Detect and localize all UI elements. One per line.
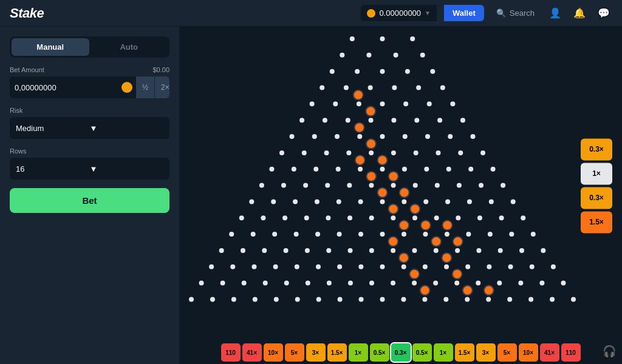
plinko-board — [179, 27, 622, 364]
mult-badge-1: 0.3× — [581, 138, 612, 160]
half-button[interactable]: ½ — [136, 76, 154, 98]
main-content: Manual Auto Bet Amount $0.00 ½ 2× Risk M… — [0, 27, 622, 364]
mult-strip-badge: 5× — [497, 343, 517, 362]
mult-badge-3: 0.3× — [581, 187, 612, 209]
bet-amount-section: Bet Amount $0.00 ½ 2× — [10, 66, 169, 98]
mult-strip-badge: 1× — [349, 343, 368, 362]
risk-label: Risk — [10, 107, 169, 114]
mult-strip-badge: 10× — [519, 343, 538, 362]
mult-strip-badge: 1× — [434, 343, 453, 362]
logo: Stake — [10, 5, 44, 21]
mult-strip-badge: 41× — [540, 343, 559, 362]
risk-select[interactable]: Medium ▼ — [10, 117, 169, 139]
risk-value: Medium — [16, 124, 90, 133]
search-icon: 🔍 — [496, 8, 506, 18]
search-label: Search — [510, 8, 535, 18]
mult-strip-badge: 110 — [561, 343, 581, 362]
mult-badge-2: 1× — [581, 163, 612, 184]
mode-tabs: Manual Auto — [10, 36, 169, 58]
balance-button[interactable]: 0.00000000 ▼ — [361, 5, 437, 21]
headphone-icon[interactable]: 🎧 — [603, 345, 616, 358]
mult-strip-badge: 5× — [285, 343, 304, 362]
bet-amount-usd: $0.00 — [152, 66, 169, 73]
risk-section: Risk Medium ▼ — [10, 107, 169, 139]
bet-button[interactable]: Bet — [10, 188, 169, 213]
rows-label: Rows — [10, 147, 169, 155]
search-area[interactable]: 🔍 Search — [491, 8, 539, 18]
wallet-button[interactable]: Wallet — [444, 5, 484, 21]
chevron-down-icon: ▼ — [90, 164, 164, 174]
tab-manual[interactable]: Manual — [12, 38, 89, 56]
mult-strip-badge: 3× — [306, 343, 326, 362]
rows-value: 16 — [16, 164, 90, 174]
mult-strip-badge: 10× — [264, 343, 283, 362]
rows-section: Rows 16 ▼ — [10, 147, 169, 180]
bet-amount-label: Bet Amount $0.00 — [10, 66, 169, 73]
coin-icon-input — [121, 82, 132, 93]
mult-strip-badge: 110 — [221, 343, 241, 362]
mult-strip-badge: 1.5× — [455, 343, 474, 362]
mult-strip-badge: 3× — [476, 343, 496, 362]
sidebar: Manual Auto Bet Amount $0.00 ½ 2× Risk M… — [0, 27, 179, 364]
multiplier-strip: 11041×10×5×3×1.5×1×0.5×0.3×0.5×1×1.5×3×5… — [179, 341, 622, 364]
mult-strip-badge: 0.5× — [412, 343, 432, 362]
rows-select[interactable]: 16 ▼ — [10, 158, 169, 180]
chevron-down-icon: ▼ — [425, 10, 431, 16]
bell-icon[interactable]: 🔔 — [571, 5, 588, 22]
mult-badge-4: 1.5× — [581, 211, 612, 233]
mult-strip-badge: 1.5× — [327, 343, 347, 362]
user-icon[interactable]: 👤 — [547, 5, 564, 22]
coin-icon — [367, 9, 375, 18]
mult-strip-badge: 41× — [242, 343, 262, 362]
chat-icon[interactable]: 💬 — [595, 5, 612, 22]
double-button[interactable]: 2× — [154, 76, 169, 98]
header: Stake 0.00000000 ▼ Wallet 🔍 Search 👤 🔔 💬 — [0, 0, 622, 27]
bet-input[interactable] — [10, 83, 121, 92]
balance-value: 0.00000000 — [379, 8, 421, 18]
chevron-down-icon: ▼ — [90, 124, 164, 133]
mult-strip-badge: 0.5× — [370, 343, 389, 362]
bet-input-row: ½ 2× — [10, 76, 169, 98]
multiplier-side-panel: 0.3× 1× 0.3× 1.5× — [581, 138, 612, 233]
mult-strip-badge: 0.3× — [391, 343, 411, 362]
game-area: 0.3× 1× 0.3× 1.5× 11041×10×5×3×1.5×1×0.5… — [179, 27, 622, 364]
tab-auto[interactable]: Auto — [91, 38, 168, 56]
